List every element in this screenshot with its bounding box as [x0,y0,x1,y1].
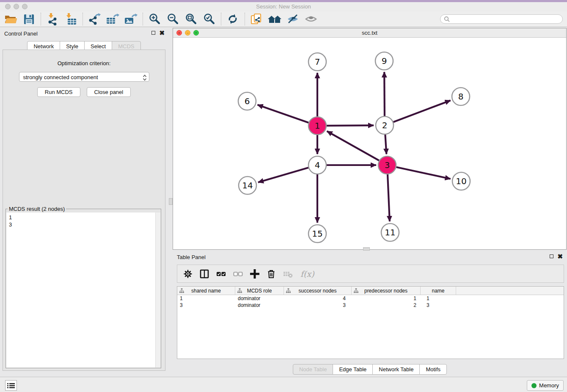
deselect-all-rows-button[interactable] [233,269,243,279]
zoom-in-button[interactable] [147,12,162,26]
search-box[interactable] [440,14,563,24]
table-cell[interactable]: 1 [421,295,456,302]
main-titlebar: Session: New Session [0,2,567,11]
table-cell[interactable]: 4 [284,295,352,302]
graph-edge-2-8[interactable] [394,100,451,122]
home-button[interactable] [267,12,282,26]
graph-edge-2-3[interactable] [385,135,386,154]
graph-edge-3-11[interactable] [388,174,390,221]
criterion-dropdown[interactable]: strongly connected component [19,72,149,82]
graph-node-8[interactable]: 8 [452,88,470,105]
graph-node-label: 4 [315,160,320,170]
export-network-button[interactable] [87,12,102,26]
column-type-icon [354,288,358,293]
open-network-file-button[interactable] [249,12,264,26]
refresh-button[interactable] [226,12,240,26]
table-cell[interactable]: dominator [235,302,284,309]
close-panel-button[interactable]: Close panel [87,87,131,97]
table-options-gear-button[interactable] [183,269,193,279]
tab-edge-table[interactable]: Edge Table [333,364,373,375]
close-table-panel-icon[interactable]: ✖ [557,254,563,259]
open-session-button[interactable] [3,12,18,26]
graph-node-4[interactable]: 4 [308,156,326,174]
toolbar-separator [41,13,41,25]
graph-node-3[interactable]: 3 [378,156,396,174]
float-table-panel-icon[interactable] [550,254,553,258]
mcds-result-text[interactable]: 1 3 [6,213,155,367]
table-cell[interactable]: 2 [352,302,421,309]
show-graphics-details-button[interactable] [304,12,318,26]
graph-edge-1-6[interactable] [258,105,309,123]
graph-edge-3-1[interactable] [327,131,379,160]
tab-node-table[interactable]: Node Table [293,364,333,375]
delete-rows-trash-button[interactable] [267,269,276,279]
column-header-shared-name[interactable]: shared name [177,287,235,295]
float-panel-icon[interactable] [151,31,155,35]
graph-node-15[interactable]: 15 [308,225,326,243]
result-scrollbar[interactable] [155,213,160,367]
task-history-button[interactable] [5,380,17,391]
table-tabs: Node TableEdge TableNetwork TableMotifs [173,364,567,375]
graph-edge-1-2[interactable] [327,125,374,126]
open-session-icon [4,13,17,25]
column-header-successor-nodes[interactable]: successor nodes [284,287,352,295]
vertical-splitter-handle[interactable] [169,198,173,205]
show-columns-button[interactable] [200,269,209,279]
graph-node-10[interactable]: 10 [452,172,470,190]
save-session-button[interactable] [22,12,36,26]
graph-node-label: 1 [315,121,320,131]
zoom-out-icon [167,13,179,25]
table-cell[interactable]: 1 [352,295,421,302]
column-header-MCDS-role[interactable]: MCDS role [235,287,284,295]
function-builder-icon: f(x) [300,269,314,279]
tab-motifs[interactable]: Motifs [419,364,447,375]
toolbar-separator [143,13,143,25]
graph-node-9[interactable]: 9 [375,52,393,70]
toolbar-separator [221,13,222,25]
run-mcds-button[interactable]: Run MCDS [37,87,80,97]
hide-graphics-details-icon [286,13,299,25]
graph-node-7[interactable]: 7 [308,53,326,71]
horizontal-splitter-handle[interactable] [363,247,370,251]
graph-edge-4-14[interactable] [258,168,308,182]
graph-node-11[interactable]: 11 [381,224,399,241]
column-header-name[interactable]: name [421,287,456,295]
graph-edge-2-9[interactable] [384,72,385,116]
import-network-button[interactable] [45,12,60,26]
import-network-icon [47,13,58,25]
graph-edge-3-10[interactable] [396,167,451,179]
zoom-fit-button[interactable] [184,12,198,26]
table-cell[interactable]: 3 [177,302,235,309]
zoom-fit-icon [185,13,197,25]
table-cell[interactable]: 1 [177,295,235,302]
zoom-out-button[interactable] [165,12,180,26]
export-image-button[interactable] [124,12,138,26]
graph-node-14[interactable]: 14 [239,177,256,194]
table-options-gear-icon [183,269,193,279]
add-column-icon [250,269,259,279]
memory-button[interactable]: Memory [527,380,564,391]
optimization-criterion-label: Optimization criterion: [3,60,165,66]
search-input[interactable] [450,16,562,23]
graph-node-2[interactable]: 2 [376,116,394,134]
column-header-predecessor-nodes[interactable]: predecessor nodes [352,287,421,295]
table-cell[interactable]: 3 [284,302,352,309]
table-row[interactable]: 3dominator323 [177,302,564,309]
import-table-button[interactable] [63,12,78,26]
add-column-button[interactable] [250,269,259,279]
graph-node-1[interactable]: 1 [308,117,326,135]
zoom-selected-button[interactable] [202,12,216,26]
hide-graphics-details-button[interactable] [286,12,300,26]
export-table-button[interactable] [105,12,120,26]
table-row[interactable]: 1dominator411 [177,295,564,302]
application-window: Session: New Session Control Panel ✖ Net… [0,0,567,392]
table-cell[interactable]: 3 [421,302,456,309]
select-all-rows-button[interactable] [216,269,226,279]
network-graph-canvas[interactable]: 7968124314101511 [173,37,566,249]
graph-node-6[interactable]: 6 [238,92,256,110]
export-table-icon [106,13,119,25]
close-panel-icon[interactable]: ✖ [159,30,165,35]
table-cell[interactable]: dominator [235,295,284,302]
delete-column-button [283,269,293,279]
tab-network-table[interactable]: Network Table [372,364,420,375]
